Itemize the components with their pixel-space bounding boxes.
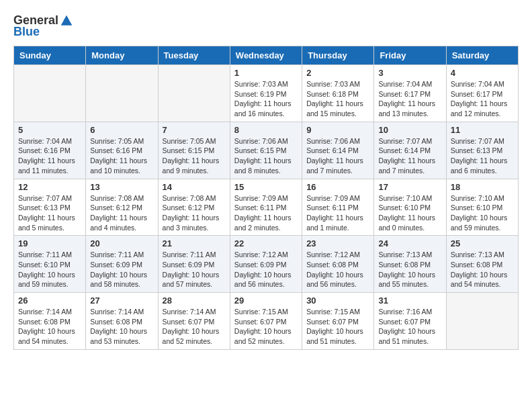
calendar-week-row: 5Sunrise: 7:04 AMSunset: 6:16 PMDaylight… <box>14 122 519 179</box>
day-number: 7 <box>163 125 226 135</box>
day-info: Sunrise: 7:06 AMSunset: 6:14 PMDaylight:… <box>306 136 369 176</box>
svg-marker-0 <box>61 15 73 25</box>
calendar-day: 29Sunrise: 7:15 AMSunset: 6:07 PMDayligh… <box>230 293 302 350</box>
calendar-day <box>158 65 230 122</box>
calendar-week-row: 1Sunrise: 7:03 AMSunset: 6:19 PMDaylight… <box>14 65 519 122</box>
calendar-week-row: 12Sunrise: 7:07 AMSunset: 6:13 PMDayligh… <box>14 179 519 236</box>
calendar-day: 3Sunrise: 7:04 AMSunset: 6:17 PMDaylight… <box>374 65 446 122</box>
day-info: Sunrise: 7:11 AMSunset: 6:10 PMDaylight:… <box>18 250 81 289</box>
calendar-day <box>86 65 158 122</box>
calendar-day: 27Sunrise: 7:14 AMSunset: 6:08 PMDayligh… <box>86 293 158 350</box>
day-info: Sunrise: 7:07 AMSunset: 6:13 PMDaylight:… <box>451 136 514 176</box>
calendar-day: 9Sunrise: 7:06 AMSunset: 6:14 PMDaylight… <box>302 122 374 179</box>
calendar-day: 1Sunrise: 7:03 AMSunset: 6:19 PMDaylight… <box>230 65 302 122</box>
day-info: Sunrise: 7:07 AMSunset: 6:14 PMDaylight:… <box>378 136 441 176</box>
day-header-thursday: Thursday <box>302 46 374 65</box>
calendar-day: 31Sunrise: 7:16 AMSunset: 6:07 PMDayligh… <box>374 293 446 350</box>
calendar-day <box>14 65 86 122</box>
day-number: 5 <box>18 125 81 135</box>
day-number: 18 <box>451 182 514 192</box>
page-header: General Blue <box>13 13 519 39</box>
calendar-day: 17Sunrise: 7:10 AMSunset: 6:10 PMDayligh… <box>374 179 446 236</box>
day-header-wednesday: Wednesday <box>230 46 302 65</box>
day-info: Sunrise: 7:05 AMSunset: 6:16 PMDaylight:… <box>90 136 153 176</box>
day-number: 2 <box>306 68 369 78</box>
day-number: 6 <box>90 125 153 135</box>
day-number: 30 <box>306 295 369 306</box>
calendar-week-row: 26Sunrise: 7:14 AMSunset: 6:08 PMDayligh… <box>14 293 519 350</box>
calendar-day: 11Sunrise: 7:07 AMSunset: 6:13 PMDayligh… <box>446 122 518 179</box>
day-number: 12 <box>18 182 81 192</box>
logo-icon <box>60 14 73 28</box>
day-number: 14 <box>163 182 226 192</box>
calendar-day: 22Sunrise: 7:12 AMSunset: 6:09 PMDayligh… <box>230 236 302 293</box>
calendar-day: 21Sunrise: 7:11 AMSunset: 6:09 PMDayligh… <box>158 236 230 293</box>
calendar-day: 23Sunrise: 7:12 AMSunset: 6:08 PMDayligh… <box>302 236 374 293</box>
day-info: Sunrise: 7:11 AMSunset: 6:09 PMDaylight:… <box>163 250 226 289</box>
day-info: Sunrise: 7:13 AMSunset: 6:08 PMDaylight:… <box>451 250 514 289</box>
calendar-day: 13Sunrise: 7:08 AMSunset: 6:12 PMDayligh… <box>86 179 158 236</box>
day-info: Sunrise: 7:16 AMSunset: 6:07 PMDaylight:… <box>378 307 441 347</box>
day-number: 28 <box>163 295 226 306</box>
day-info: Sunrise: 7:03 AMSunset: 6:18 PMDaylight:… <box>306 79 369 119</box>
calendar-day <box>446 293 518 350</box>
calendar-table: SundayMondayTuesdayWednesdayThursdayFrid… <box>13 46 519 350</box>
calendar-day: 20Sunrise: 7:11 AMSunset: 6:09 PMDayligh… <box>86 236 158 293</box>
day-info: Sunrise: 7:10 AMSunset: 6:10 PMDaylight:… <box>378 193 441 233</box>
calendar-day: 28Sunrise: 7:14 AMSunset: 6:07 PMDayligh… <box>158 293 230 350</box>
day-info: Sunrise: 7:14 AMSunset: 6:08 PMDaylight:… <box>18 307 81 347</box>
day-number: 23 <box>306 238 369 248</box>
day-number: 15 <box>234 182 298 192</box>
day-header-tuesday: Tuesday <box>158 46 230 65</box>
calendar-day: 4Sunrise: 7:04 AMSunset: 6:17 PMDaylight… <box>446 65 518 122</box>
day-number: 1 <box>234 68 298 78</box>
day-header-saturday: Saturday <box>446 46 518 65</box>
day-info: Sunrise: 7:09 AMSunset: 6:11 PMDaylight:… <box>234 193 298 233</box>
calendar-day: 24Sunrise: 7:13 AMSunset: 6:08 PMDayligh… <box>374 236 446 293</box>
day-info: Sunrise: 7:15 AMSunset: 6:07 PMDaylight:… <box>306 307 369 347</box>
day-number: 16 <box>306 182 369 192</box>
day-number: 22 <box>234 238 298 248</box>
calendar-day: 15Sunrise: 7:09 AMSunset: 6:11 PMDayligh… <box>230 179 302 236</box>
day-number: 17 <box>378 182 441 192</box>
day-info: Sunrise: 7:07 AMSunset: 6:13 PMDaylight:… <box>18 193 81 233</box>
day-header-monday: Monday <box>86 46 158 65</box>
day-header-sunday: Sunday <box>14 46 86 65</box>
calendar-day: 10Sunrise: 7:07 AMSunset: 6:14 PMDayligh… <box>374 122 446 179</box>
day-number: 25 <box>451 238 514 248</box>
calendar-day: 18Sunrise: 7:10 AMSunset: 6:10 PMDayligh… <box>446 179 518 236</box>
day-number: 8 <box>234 125 298 135</box>
day-info: Sunrise: 7:12 AMSunset: 6:08 PMDaylight:… <box>306 250 369 289</box>
day-info: Sunrise: 7:03 AMSunset: 6:19 PMDaylight:… <box>234 79 298 119</box>
calendar-day: 2Sunrise: 7:03 AMSunset: 6:18 PMDaylight… <box>302 65 374 122</box>
day-number: 20 <box>90 238 153 248</box>
day-number: 13 <box>90 182 153 192</box>
day-info: Sunrise: 7:14 AMSunset: 6:07 PMDaylight:… <box>163 307 226 347</box>
day-number: 11 <box>451 125 514 135</box>
day-info: Sunrise: 7:12 AMSunset: 6:09 PMDaylight:… <box>234 250 298 289</box>
day-number: 21 <box>163 238 226 248</box>
day-number: 26 <box>18 295 81 306</box>
day-info: Sunrise: 7:08 AMSunset: 6:12 PMDaylight:… <box>163 193 226 233</box>
calendar-day: 12Sunrise: 7:07 AMSunset: 6:13 PMDayligh… <box>14 179 86 236</box>
day-info: Sunrise: 7:04 AMSunset: 6:17 PMDaylight:… <box>378 79 441 119</box>
day-number: 19 <box>18 238 81 248</box>
day-info: Sunrise: 7:14 AMSunset: 6:08 PMDaylight:… <box>90 307 153 347</box>
day-info: Sunrise: 7:10 AMSunset: 6:10 PMDaylight:… <box>451 193 514 233</box>
calendar-day: 16Sunrise: 7:09 AMSunset: 6:11 PMDayligh… <box>302 179 374 236</box>
calendar-day: 19Sunrise: 7:11 AMSunset: 6:10 PMDayligh… <box>14 236 86 293</box>
calendar-day: 7Sunrise: 7:05 AMSunset: 6:15 PMDaylight… <box>158 122 230 179</box>
calendar-day: 14Sunrise: 7:08 AMSunset: 6:12 PMDayligh… <box>158 179 230 236</box>
day-number: 27 <box>90 295 153 306</box>
logo-blue: Blue <box>13 25 40 39</box>
day-number: 9 <box>306 125 369 135</box>
day-number: 3 <box>378 68 441 78</box>
day-number: 24 <box>378 238 441 248</box>
day-info: Sunrise: 7:08 AMSunset: 6:12 PMDaylight:… <box>90 193 153 233</box>
day-info: Sunrise: 7:09 AMSunset: 6:11 PMDaylight:… <box>306 193 369 233</box>
logo: General Blue <box>13 13 73 39</box>
day-number: 29 <box>234 295 298 306</box>
day-number: 4 <box>451 68 514 78</box>
day-number: 31 <box>378 295 441 306</box>
day-info: Sunrise: 7:15 AMSunset: 6:07 PMDaylight:… <box>234 307 298 347</box>
